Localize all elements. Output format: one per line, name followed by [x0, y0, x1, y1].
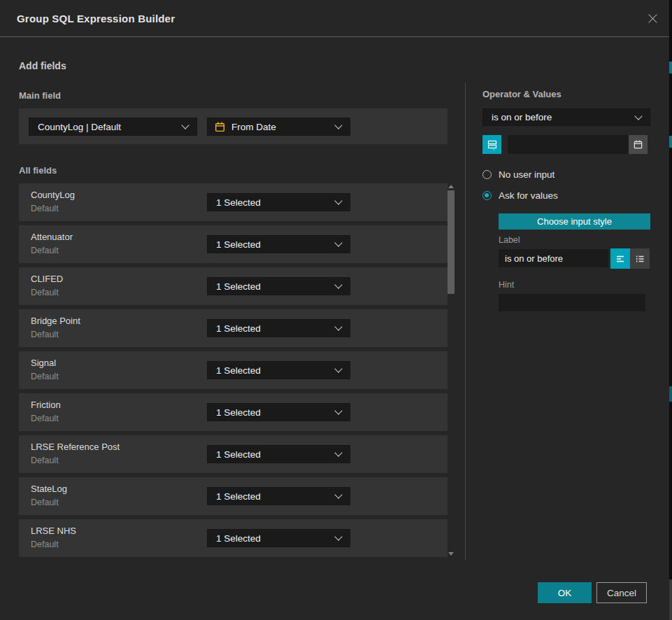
field-values-select-value: 1 Selected: [216, 533, 261, 544]
edge-accent-segment: [669, 136, 672, 148]
main-field-select-value: From Date: [231, 122, 276, 132]
field-row: LRSE NHS Default 1 Selected: [19, 519, 448, 557]
field-sublabel: Default: [31, 456, 59, 465]
field-row: Signal Default 1 Selected: [19, 351, 448, 389]
field-name: CountyLog: [31, 190, 75, 200]
radio-ask-for-values[interactable]: Ask for values: [482, 190, 558, 201]
close-icon[interactable]: [646, 12, 659, 25]
radio-label: No user input: [499, 169, 555, 180]
chevron-down-icon: [334, 449, 342, 456]
chevron-down-icon: [334, 365, 342, 372]
field-name: LRSE Reference Post: [31, 442, 120, 452]
field-sublabel: Default: [31, 204, 59, 213]
layer-select-value: CountyLog | Default: [38, 122, 121, 132]
field-values-select-value: 1 Selected: [216, 197, 261, 208]
field-values-select[interactable]: 1 Selected: [207, 193, 350, 211]
operator-values-heading: Operator & Values: [482, 89, 562, 99]
date-picker-button[interactable]: [629, 135, 648, 154]
dialog-title: Group SQL Expression Builder: [0, 13, 175, 24]
field-name: Bridge Point: [31, 316, 80, 326]
date-value-field: [508, 135, 648, 154]
background-app-edge: [669, 0, 672, 620]
calendar-icon: [633, 139, 643, 150]
label-field-label: Label: [499, 235, 520, 245]
operator-select[interactable]: is on or before: [482, 108, 650, 126]
field-sublabel: Default: [31, 414, 59, 423]
chevron-down-icon: [334, 407, 342, 414]
layer-select[interactable]: CountyLog | Default: [29, 118, 197, 136]
field-name: StateLog: [31, 484, 67, 494]
list-style-button[interactable]: [630, 248, 650, 269]
ok-button[interactable]: OK: [538, 582, 592, 603]
all-fields-rows: CountyLog Default 1 Selected Attenuator …: [19, 183, 455, 557]
field-values-select[interactable]: 1 Selected: [207, 529, 350, 547]
edge-accent-segment: [669, 62, 672, 73]
main-field-strip: CountyLog | Default From Date: [19, 108, 448, 144]
label-input[interactable]: [499, 249, 608, 267]
field-row: Attenuator Default 1 Selected: [19, 225, 448, 263]
field-values-select-value: 1 Selected: [216, 407, 261, 418]
bullet-list-icon: [634, 253, 645, 265]
list-scrollbar[interactable]: [448, 183, 455, 557]
field-row: LRSE Reference Post Default 1 Selected: [19, 435, 448, 473]
unique-values-button[interactable]: [482, 135, 501, 154]
chevron-down-icon: [181, 121, 189, 129]
field-values-select[interactable]: 1 Selected: [207, 235, 350, 253]
field-name: Attenuator: [31, 232, 73, 242]
radio-no-user-input[interactable]: No user input: [482, 169, 558, 180]
field-name: CLIFED: [31, 274, 63, 284]
field-sublabel: Default: [31, 330, 59, 339]
scrollbar-down-arrow-icon[interactable]: [448, 552, 454, 556]
radio-icon: [482, 170, 492, 179]
scrollbar-thumb[interactable]: [448, 190, 455, 294]
all-fields-list: CountyLog Default 1 Selected Attenuator …: [19, 183, 455, 557]
chevron-down-icon: [634, 112, 642, 120]
main-field-select[interactable]: From Date: [207, 118, 350, 136]
single-line-style-button[interactable]: [610, 248, 630, 269]
edge-gray-segment: [669, 579, 672, 620]
field-name: Signal: [31, 358, 56, 368]
group-sql-expression-builder-dialog: Group SQL Expression Builder Add fields …: [0, 0, 669, 620]
chevron-down-icon: [334, 323, 342, 330]
chevron-down-icon: [334, 491, 342, 498]
date-value-input[interactable]: [508, 135, 625, 154]
field-values-select[interactable]: 1 Selected: [207, 277, 350, 295]
all-fields-label: All fields: [19, 165, 57, 176]
field-values-select-value: 1 Selected: [216, 365, 261, 376]
field-sublabel: Default: [31, 498, 59, 507]
field-sublabel: Default: [31, 246, 59, 255]
field-values-select-value: 1 Selected: [216, 491, 261, 502]
cancel-button[interactable]: Cancel: [596, 582, 647, 603]
field-values-select[interactable]: 1 Selected: [207, 487, 350, 505]
field-values-select-value: 1 Selected: [216, 323, 261, 334]
chevron-down-icon: [334, 239, 342, 246]
dialog-titlebar: Group SQL Expression Builder: [0, 0, 669, 37]
scrollbar-up-arrow-icon[interactable]: [448, 185, 454, 188]
field-row: StateLog Default 1 Selected: [19, 477, 448, 515]
add-fields-heading: Add fields: [19, 60, 66, 71]
list-values-icon: [487, 139, 498, 150]
field-row: CountyLog Default 1 Selected: [19, 183, 448, 221]
field-values-select[interactable]: 1 Selected: [207, 445, 350, 463]
calendar-icon: [214, 121, 226, 133]
field-name: LRSE NHS: [31, 526, 76, 536]
chevron-down-icon: [334, 533, 342, 540]
choose-input-style-button[interactable]: Choose input style: [499, 213, 650, 230]
operator-select-value: is on or before: [492, 112, 552, 122]
field-row: Bridge Point Default 1 Selected: [19, 309, 448, 347]
hint-input[interactable]: [499, 294, 645, 311]
field-row: CLIFED Default 1 Selected: [19, 267, 448, 305]
field-values-select-value: 1 Selected: [216, 281, 261, 292]
field-name: Friction: [31, 400, 61, 410]
user-input-radio-group: No user input Ask for values: [482, 169, 558, 211]
chevron-down-icon: [334, 197, 342, 204]
field-values-select[interactable]: 1 Selected: [207, 319, 350, 337]
field-values-select[interactable]: 1 Selected: [207, 361, 350, 379]
align-left-lines-icon: [615, 253, 626, 265]
radio-label: Ask for values: [499, 190, 558, 201]
chevron-down-icon: [334, 121, 342, 129]
field-values-select[interactable]: 1 Selected: [207, 403, 350, 421]
radio-icon: [482, 191, 492, 200]
field-values-select-value: 1 Selected: [216, 449, 261, 460]
field-sublabel: Default: [31, 372, 59, 381]
